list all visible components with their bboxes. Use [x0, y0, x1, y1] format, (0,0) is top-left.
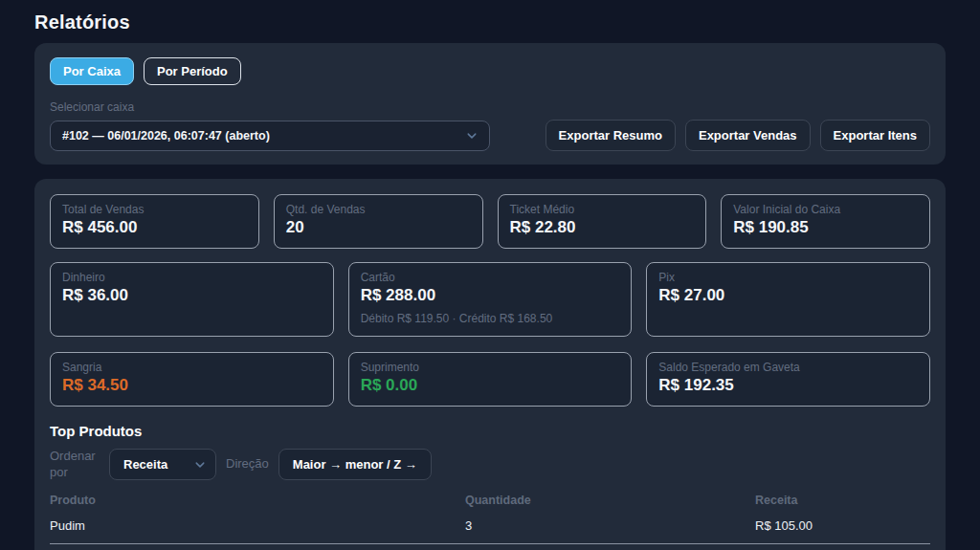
stat-value: R$ 0.00: [361, 376, 620, 395]
caixa-select[interactable]: #102 — 06/01/2026, 06:07:47 (aberto): [50, 121, 490, 151]
cell-receita: R$ 105.00: [755, 518, 930, 533]
stat-value: R$ 27.00: [658, 286, 918, 305]
stat-label: Pix: [658, 271, 918, 284]
stat-value: R$ 34.50: [62, 376, 322, 395]
stat-label: Dinheiro: [62, 271, 322, 284]
stats-row-1: Total de Vendas R$ 456.00 Qtd. de Vendas…: [50, 194, 930, 249]
stat-card-cartao: Cartão R$ 288.00 Débito R$ 119.50 · Créd…: [348, 262, 633, 337]
chevron-down-icon: [194, 459, 206, 471]
stat-card-suprimento: Suprimento R$ 0.00: [348, 352, 633, 407]
tab-por-periodo[interactable]: Por Período: [144, 57, 241, 85]
stat-label: Suprimento: [361, 361, 620, 374]
stat-card-pix: Pix R$ 27.00: [646, 262, 930, 337]
sort-by-label: Ordenar por: [50, 449, 100, 480]
select-caixa-label: Selecionar caixa: [50, 100, 930, 114]
top-products-controls: Ordenar por Receita Direção Maior → meno…: [50, 449, 930, 480]
stat-card-sangria: Sangria R$ 34.50: [50, 352, 334, 407]
chevron-down-icon: [466, 130, 478, 142]
stat-card-qtd-vendas: Qtd. de Vendas 20: [274, 194, 483, 249]
stat-card-total-vendas: Total de Vendas R$ 456.00: [50, 194, 259, 249]
table-header-row: Produto Quantidade Receita: [50, 494, 930, 507]
export-vendas-button[interactable]: Exportar Vendas: [685, 120, 811, 151]
sort-by-value: Receita: [123, 457, 167, 472]
stat-label: Total de Vendas: [62, 203, 247, 216]
stat-label: Cartão: [361, 271, 620, 284]
stat-label: Valor Inicial do Caixa: [733, 203, 918, 216]
cell-quantidade: 3: [465, 518, 755, 533]
stat-value: R$ 456.00: [62, 218, 247, 237]
stat-value: R$ 190.85: [733, 218, 918, 237]
stat-subtext: Débito R$ 119.50 · Crédito R$ 168.50: [361, 312, 620, 325]
export-itens-button[interactable]: Exportar Itens: [820, 120, 930, 151]
col-header-quantidade: Quantidade: [465, 494, 755, 507]
top-products-title: Top Produtos: [50, 423, 930, 439]
direction-toggle-button[interactable]: Maior → menor / Z →: [278, 449, 432, 480]
export-resumo-button[interactable]: Exportar Resumo: [546, 120, 676, 151]
stat-value: R$ 36.00: [62, 286, 322, 305]
cell-produto: Pudim: [50, 518, 465, 533]
stat-card-ticket-medio: Ticket Médio R$ 22.80: [498, 194, 707, 249]
page: Relatórios Por Caixa Por Período Selecio…: [0, 0, 980, 550]
stat-label: Sangria: [62, 361, 322, 374]
export-buttons: Exportar Resumo Exportar Vendas Exportar…: [546, 120, 930, 151]
caixa-select-value: #102 — 06/01/2026, 06:07:47 (aberto): [62, 129, 270, 143]
summary-panel: Total de Vendas R$ 456.00 Qtd. de Vendas…: [34, 179, 946, 550]
stat-value: R$ 288.00: [361, 286, 620, 305]
filters-panel: Por Caixa Por Período Selecionar caixa #…: [34, 43, 946, 165]
stat-card-saldo-gaveta: Saldo Esperado em Gaveta R$ 192.35: [646, 352, 930, 407]
col-header-produto: Produto: [50, 494, 465, 507]
stat-label: Ticket Médio: [510, 203, 695, 216]
stat-card-valor-inicial: Valor Inicial do Caixa R$ 190.85: [721, 194, 930, 249]
page-title: Relatórios: [34, 11, 946, 33]
col-header-receita: Receita: [755, 494, 930, 507]
direction-label: Direção: [226, 456, 269, 472]
stat-label: Qtd. de Vendas: [286, 203, 471, 216]
top-products-table: Produto Quantidade Receita Pudim 3 R$ 10…: [50, 494, 930, 544]
stats-row-2: Dinheiro R$ 36.00 Cartão R$ 288.00 Débit…: [50, 262, 930, 337]
stat-value: R$ 192.35: [658, 376, 918, 395]
stat-card-dinheiro: Dinheiro R$ 36.00: [50, 262, 334, 337]
report-mode-tabs: Por Caixa Por Período: [50, 57, 930, 85]
stat-label: Saldo Esperado em Gaveta: [658, 361, 918, 374]
stat-value: R$ 22.80: [510, 218, 695, 237]
stat-value: 20: [286, 218, 471, 237]
tab-por-caixa[interactable]: Por Caixa: [50, 57, 134, 85]
table-row: Pudim 3 R$ 105.00: [50, 507, 930, 544]
sort-by-select[interactable]: Receita: [109, 449, 216, 480]
stats-row-3: Sangria R$ 34.50 Suprimento R$ 0.00 Sald…: [50, 352, 930, 407]
